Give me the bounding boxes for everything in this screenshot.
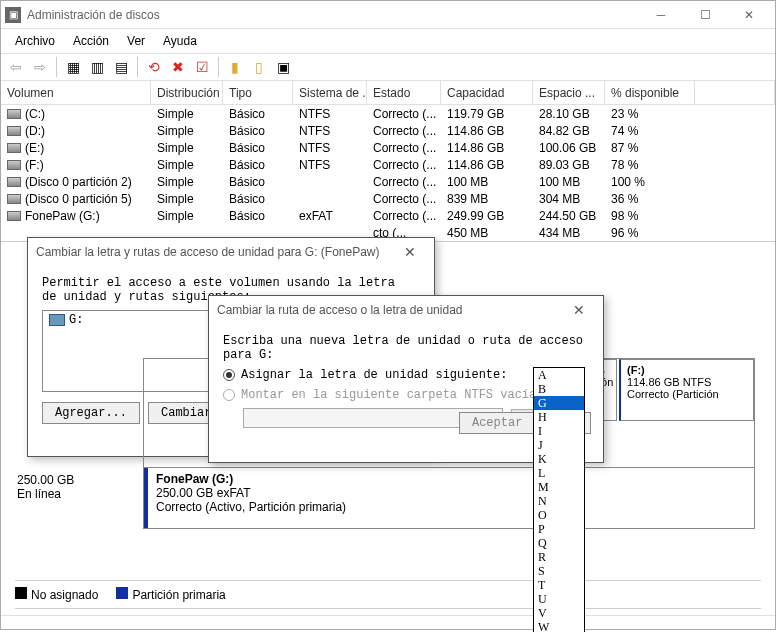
volume-icon bbox=[7, 109, 21, 119]
dropdown-option[interactable]: H bbox=[534, 410, 584, 424]
volume-icon bbox=[7, 143, 21, 153]
menubar: Archivo Acción Ver Ayuda bbox=[1, 29, 775, 53]
table-row[interactable]: (Disco 0 partición 5)SimpleBásicoCorrect… bbox=[1, 190, 775, 207]
dlg2-close-button[interactable]: ✕ bbox=[563, 298, 595, 322]
table-row[interactable]: (Disco 0 partición 2)SimpleBásicoCorrect… bbox=[1, 173, 775, 190]
col-tipo[interactable]: Tipo bbox=[223, 81, 293, 104]
dropdown-option[interactable]: N bbox=[534, 494, 584, 508]
dropdown-option[interactable]: L bbox=[534, 466, 584, 480]
dropdown-option[interactable]: K bbox=[534, 452, 584, 466]
dropdown-option[interactable]: R bbox=[534, 550, 584, 564]
dropdown-option[interactable]: P bbox=[534, 522, 584, 536]
table-row[interactable]: (D:)SimpleBásicoNTFSCorrecto (...114.86 … bbox=[1, 122, 775, 139]
menu-ver[interactable]: Ver bbox=[119, 31, 153, 51]
main-window: ▣ Administración de discos ─ ☐ ✕ Archivo… bbox=[0, 0, 776, 630]
col-capacidad[interactable]: Capacidad bbox=[441, 81, 533, 104]
maximize-button[interactable]: ☐ bbox=[683, 1, 727, 29]
tool-refresh-icon[interactable]: ⟲ bbox=[143, 56, 165, 78]
back-icon: ⇦ bbox=[5, 56, 27, 78]
menu-archivo[interactable]: Archivo bbox=[7, 31, 63, 51]
dropdown-option[interactable]: S bbox=[534, 564, 584, 578]
partition-box-f[interactable]: (F:) 114.86 GB NTFS Correcto (Partición bbox=[619, 359, 754, 421]
volume-icon bbox=[7, 211, 21, 221]
status-bar bbox=[1, 615, 775, 629]
menu-ayuda[interactable]: Ayuda bbox=[155, 31, 205, 51]
minimize-button[interactable]: ─ bbox=[639, 1, 683, 29]
dropdown-option[interactable]: M bbox=[534, 480, 584, 494]
dropdown-option[interactable]: G bbox=[534, 396, 584, 410]
tool-icon-1[interactable]: ▦ bbox=[62, 56, 84, 78]
tool-icon-2[interactable]: ▥ bbox=[86, 56, 108, 78]
add-button[interactable]: Agregar... bbox=[42, 402, 140, 424]
toolbar: ⇦ ⇨ ▦ ▥ ▤ ⟲ ✖ ☑ ▮ ▯ ▣ bbox=[1, 53, 775, 81]
dropdown-option[interactable]: B bbox=[534, 382, 584, 396]
swatch-primary bbox=[116, 587, 128, 599]
dropdown-option[interactable]: U bbox=[534, 592, 584, 606]
volume-icon bbox=[7, 160, 21, 170]
col-distribucion[interactable]: Distribución bbox=[151, 81, 223, 104]
table-row[interactable]: (C:)SimpleBásicoNTFSCorrecto (...119.79 … bbox=[1, 105, 775, 122]
tool-check-icon[interactable]: ☑ bbox=[191, 56, 213, 78]
dropdown-option[interactable]: V bbox=[534, 606, 584, 620]
tool-search-icon[interactable]: ▯ bbox=[248, 56, 270, 78]
tool-icon-3[interactable]: ▤ bbox=[110, 56, 132, 78]
dropdown-option[interactable]: Q bbox=[534, 536, 584, 550]
col-volumen[interactable]: Volumen bbox=[1, 81, 151, 104]
window-title: Administración de discos bbox=[27, 8, 639, 22]
col-estado[interactable]: Estado bbox=[367, 81, 441, 104]
tool-delete-icon[interactable]: ✖ bbox=[167, 56, 189, 78]
tool-folder-icon[interactable]: ▮ bbox=[224, 56, 246, 78]
disk-lower-row[interactable]: FonePaw (G:) 250.00 GB exFAT Correcto (A… bbox=[143, 467, 755, 529]
dropdown-option[interactable]: J bbox=[534, 438, 584, 452]
col-espacio[interactable]: Espacio ... bbox=[533, 81, 605, 104]
menu-accion[interactable]: Acción bbox=[65, 31, 117, 51]
ok-button[interactable]: Aceptar bbox=[459, 412, 535, 434]
close-button[interactable]: ✕ bbox=[727, 1, 771, 29]
table-row[interactable]: FonePaw (G:)SimpleBásicoexFATCorrecto (.… bbox=[1, 207, 775, 224]
dropdown-option[interactable]: A bbox=[534, 368, 584, 382]
table-row[interactable]: (E:)SimpleBásicoNTFSCorrecto (...114.86 … bbox=[1, 139, 775, 156]
dlg2-desc: Escriba una nueva letra de unidad o ruta… bbox=[223, 334, 589, 362]
volume-icon bbox=[7, 126, 21, 136]
volume-table: Volumen Distribución Tipo Sistema de ...… bbox=[1, 81, 775, 242]
volume-icon bbox=[7, 194, 21, 204]
dropdown-option[interactable]: O bbox=[534, 508, 584, 522]
col-sistema[interactable]: Sistema de ... bbox=[293, 81, 367, 104]
legend: No asignado Partición primaria bbox=[15, 580, 761, 609]
dlg1-close-button[interactable]: ✕ bbox=[394, 240, 426, 264]
dropdown-option[interactable]: T bbox=[534, 578, 584, 592]
app-icon: ▣ bbox=[5, 7, 21, 23]
dlg2-title: Cambiar la ruta de acceso o la letra de … bbox=[217, 303, 563, 317]
table-row[interactable]: (F:)SimpleBásicoNTFSCorrecto (...114.86 … bbox=[1, 156, 775, 173]
col-disponible[interactable]: % disponible bbox=[605, 81, 695, 104]
titlebar: ▣ Administración de discos ─ ☐ ✕ bbox=[1, 1, 775, 29]
drive-icon bbox=[49, 314, 65, 326]
swatch-unallocated bbox=[15, 587, 27, 599]
radio-mount-folder[interactable] bbox=[223, 389, 235, 401]
disk-info: 250.00 GB En línea bbox=[17, 473, 74, 501]
forward-icon: ⇨ bbox=[29, 56, 51, 78]
dlg1-title: Cambiar la letra y rutas de acceso de un… bbox=[36, 245, 394, 259]
dropdown-option[interactable]: I bbox=[534, 424, 584, 438]
tool-props-icon[interactable]: ▣ bbox=[272, 56, 294, 78]
radio-assign-letter[interactable] bbox=[223, 369, 235, 381]
volume-icon bbox=[7, 177, 21, 187]
dropdown-option[interactable]: W bbox=[534, 620, 584, 632]
drive-letter-dropdown[interactable]: ABGHIJKLMNOPQRSTUVWXYZ bbox=[533, 367, 585, 632]
